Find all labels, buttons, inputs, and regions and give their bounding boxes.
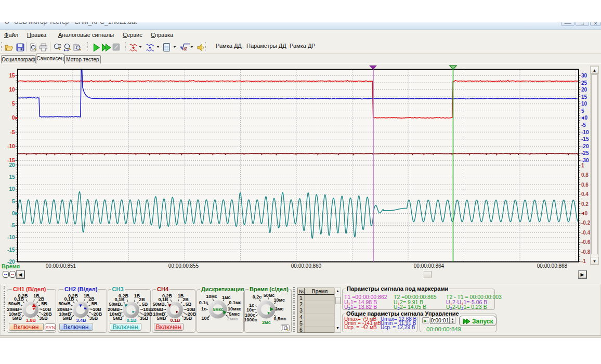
svg-text:-15: -15	[7, 247, 15, 253]
svg-text:-0.4: -0.4	[581, 230, 591, 236]
svg-text:50мВ: 50мВ	[153, 302, 165, 307]
svg-text:25: 25	[581, 80, 587, 86]
svg-text:-5: -5	[10, 129, 15, 135]
svg-text:10: 10	[581, 101, 587, 107]
svg-text:0.1мс: 0.1мс	[229, 300, 241, 305]
svg-text:5: 5	[12, 101, 15, 107]
svg-text:0: 0	[12, 115, 15, 121]
svg-text:-20: -20	[581, 144, 589, 149]
svg-text:00:00:00:851: 00:00:00:851	[46, 263, 76, 269]
svg-text:5мВ: 5мВ	[156, 316, 166, 321]
svg-text:15: 15	[9, 73, 15, 79]
svg-text:1мс: 1мс	[222, 295, 231, 300]
svg-text:50мВ: 50мВ	[8, 301, 21, 306]
svg-text:5мВ: 5мВ	[62, 316, 72, 321]
svg-text:-15: -15	[581, 136, 589, 142]
svg-text:35В: 35В	[89, 316, 98, 321]
svg-text:20: 20	[581, 87, 587, 93]
svg-text:30: 30	[581, 73, 587, 79]
svg-text:5: 5	[581, 108, 584, 114]
svg-text:5мВ: 5мВ	[113, 316, 123, 321]
svg-text:-5: -5	[581, 122, 586, 128]
svg-text:-5: -5	[10, 223, 15, 228]
svg-text:0,2с: 0,2с	[253, 294, 262, 300]
svg-text:5В: 5В	[186, 302, 192, 307]
svg-text:5мВ: 5мВ	[12, 316, 22, 321]
svg-text:α: α	[184, 45, 187, 52]
svg-text:00:00:00:860: 00:00:00:860	[291, 263, 322, 269]
svg-text:50мс: 50мс	[264, 293, 275, 298]
svg-text:-10: -10	[7, 235, 15, 240]
svg-text:-0.2: -0.2	[581, 220, 591, 226]
svg-text:-0.8: -0.8	[581, 249, 591, 255]
svg-text:10мс: 10мс	[273, 297, 285, 303]
svg-text:5В: 5В	[142, 302, 148, 307]
svg-text:35В: 35В	[140, 316, 149, 321]
svg-text:10: 10	[9, 87, 15, 93]
svg-text:5В: 5В	[41, 301, 47, 306]
svg-text:5В: 5В	[92, 301, 98, 306]
svg-text:10с: 10с	[246, 307, 254, 313]
svg-text:5: 5	[12, 199, 15, 204]
svg-text:0.1с: 0.1с	[199, 300, 208, 305]
svg-text:-10: -10	[581, 129, 589, 135]
svg-text:0: 0	[585, 211, 588, 216]
svg-text:0,5мс: 0,5мс	[273, 316, 286, 321]
svg-text:10: 10	[9, 186, 15, 192]
svg-text:00:00:00:855: 00:00:00:855	[168, 263, 199, 269]
svg-text:20: 20	[9, 162, 15, 168]
svg-text:1с: 1с	[201, 306, 206, 311]
svg-text:0.2: 0.2	[581, 201, 589, 207]
svg-text:0.6: 0.6	[581, 182, 589, 188]
svg-text:0.1В: 0.1В	[126, 318, 137, 323]
svg-text:5мкс: 5мкс	[213, 307, 224, 312]
svg-text:1000с: 1000с	[244, 317, 257, 322]
svg-text:-1: -1	[581, 258, 586, 264]
svg-text:2мс: 2мс	[275, 306, 284, 311]
svg-text:15: 15	[581, 94, 587, 100]
svg-text:-0.6: -0.6	[581, 239, 591, 245]
svg-text:0.8: 0.8	[581, 172, 589, 178]
svg-text:10мс: 10мс	[206, 294, 217, 299]
svg-text:1.8В: 1.8В	[26, 318, 36, 323]
svg-text:0.1В: 0.1В	[170, 318, 180, 323]
svg-text:2мс: 2мс	[262, 320, 271, 325]
svg-text:3.4В: 3.4В	[76, 318, 86, 323]
svg-text:15: 15	[9, 174, 15, 180]
svg-text:0: 0	[585, 115, 588, 121]
svg-text:2мкс: 2мкс	[227, 316, 238, 321]
svg-text:1: 1	[581, 163, 584, 168]
svg-text:0.4: 0.4	[581, 191, 589, 197]
svg-text:50мВ: 50мВ	[109, 302, 122, 307]
svg-text:50мВ: 50мВ	[59, 301, 71, 306]
svg-text:00:00:00:864: 00:00:00:864	[414, 263, 445, 269]
svg-text:0: 0	[12, 211, 15, 216]
svg-text:Время: Время	[2, 263, 20, 269]
svg-text:-10: -10	[7, 144, 15, 149]
svg-text:-25: -25	[581, 150, 589, 156]
svg-text:35В: 35В	[39, 316, 48, 321]
svg-text:10мкс: 10мкс	[228, 306, 241, 311]
svg-text:10с: 10с	[201, 316, 209, 321]
svg-text:35В: 35В	[184, 316, 192, 321]
svg-text:00:00:00:868: 00:00:00:868	[537, 263, 568, 269]
